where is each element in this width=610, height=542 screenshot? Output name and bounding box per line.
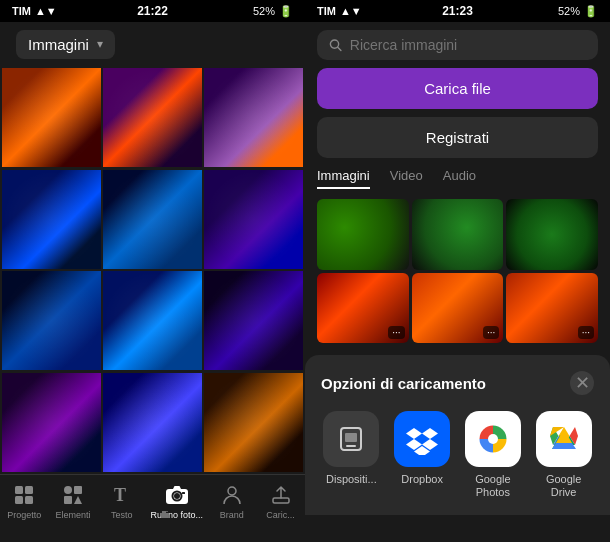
option-gphotos[interactable]: GooglePhotos: [463, 411, 524, 499]
option-device[interactable]: Dispositi...: [321, 411, 382, 499]
right-time: 21:23: [442, 4, 473, 18]
svg-marker-7: [74, 496, 82, 504]
svg-point-20: [488, 434, 498, 444]
bottom-nav: Progetto Elementi T Testo Rullino foto..…: [0, 474, 305, 542]
svg-text:T: T: [114, 485, 126, 505]
gdrive-icon-container: [536, 411, 592, 467]
option-label-dropbox: Dropbox: [401, 473, 443, 486]
device-icon: [337, 425, 365, 453]
tab-video[interactable]: Video: [390, 168, 423, 189]
left-panel: TIM ▲▼ 21:22 52% 🔋 Immagini ▾: [0, 0, 305, 542]
grid-item[interactable]: [204, 68, 303, 167]
nav-label-progetto: Progetto: [7, 510, 41, 520]
register-button[interactable]: Registrati: [317, 117, 598, 158]
nav-label-elementi: Elementi: [56, 510, 91, 520]
option-label-gdrive: GoogleDrive: [546, 473, 581, 499]
chevron-down-icon: ▾: [97, 37, 103, 51]
left-time: 21:22: [137, 4, 168, 18]
svg-line-16: [338, 47, 341, 50]
media-item[interactable]: [317, 273, 409, 344]
tab-immagini[interactable]: Immagini: [317, 168, 370, 189]
media-tabs: Immagini Video Audio: [305, 168, 610, 189]
left-top-bar: Immagini ▾: [0, 22, 305, 66]
svg-rect-2: [15, 496, 23, 504]
gdrive-icon: [548, 423, 580, 455]
upload-file-button[interactable]: Carica file: [317, 68, 598, 109]
media-item[interactable]: [317, 199, 409, 270]
grid-item[interactable]: [103, 373, 202, 472]
sheet-header: Opzioni di caricamento ✕: [321, 371, 594, 395]
upload-icon: [269, 483, 293, 507]
right-status-bar: TIM ▲▼ 21:23 52% 🔋: [305, 0, 610, 22]
images-dropdown[interactable]: Immagini ▾: [16, 30, 115, 59]
nav-label-rullino: Rullino foto...: [151, 510, 204, 520]
option-label-gphotos: GooglePhotos: [475, 473, 510, 499]
gphotos-icon: [477, 423, 509, 455]
nav-item-testo[interactable]: T Testo: [102, 483, 142, 520]
svg-rect-18: [345, 433, 357, 442]
svg-rect-3: [25, 496, 33, 504]
text-icon: T: [110, 483, 134, 507]
search-box[interactable]: [317, 30, 598, 60]
nav-item-rullino[interactable]: Rullino foto...: [151, 483, 204, 520]
grid-item[interactable]: [2, 271, 101, 370]
upload-options-sheet: Opzioni di caricamento ✕ Dispositi...: [305, 355, 610, 515]
grid-item[interactable]: [204, 373, 303, 472]
svg-marker-31: [552, 443, 576, 449]
media-item[interactable]: [506, 273, 598, 344]
device-icon-container: [323, 411, 379, 467]
left-carrier: TIM ▲▼: [12, 5, 57, 17]
elements-icon: [61, 483, 85, 507]
media-item[interactable]: [506, 199, 598, 270]
brand-icon: [220, 483, 244, 507]
svg-rect-1: [25, 486, 33, 494]
nav-label-caric: Caric...: [266, 510, 295, 520]
media-item[interactable]: [412, 199, 504, 270]
media-grid: [305, 199, 610, 343]
search-area: [305, 22, 610, 68]
nav-label-testo: Testo: [111, 510, 133, 520]
camera-icon: [165, 483, 189, 507]
right-carrier: TIM ▲▼: [317, 5, 362, 17]
search-input[interactable]: [350, 37, 586, 53]
nav-item-elementi[interactable]: Elementi: [53, 483, 93, 520]
svg-rect-12: [182, 492, 185, 494]
nav-item-brand[interactable]: Brand: [212, 483, 252, 520]
grid-item[interactable]: [103, 170, 202, 269]
gphotos-icon-container: [465, 411, 521, 467]
svg-point-11: [174, 493, 180, 499]
grid-icon: [12, 483, 36, 507]
option-gdrive[interactable]: GoogleDrive: [533, 411, 594, 499]
option-label-device: Dispositi...: [326, 473, 377, 486]
svg-rect-0: [15, 486, 23, 494]
image-grid: [0, 66, 305, 474]
grid-item[interactable]: [2, 68, 101, 167]
media-item[interactable]: [412, 273, 504, 344]
search-icon: [329, 38, 342, 52]
grid-item[interactable]: [103, 271, 202, 370]
svg-rect-5: [74, 486, 82, 494]
grid-item[interactable]: [204, 271, 303, 370]
right-battery: 52% 🔋: [558, 5, 598, 18]
right-panel: TIM ▲▼ 21:23 52% 🔋 Carica file Registrat…: [305, 0, 610, 542]
left-battery: 52% 🔋: [253, 5, 293, 18]
grid-item[interactable]: [204, 170, 303, 269]
nav-item-progetto[interactable]: Progetto: [4, 483, 44, 520]
dropbox-icon: [406, 423, 438, 455]
svg-rect-6: [64, 496, 72, 504]
grid-item[interactable]: [2, 170, 101, 269]
dropdown-label: Immagini: [28, 36, 89, 53]
left-status-bar: TIM ▲▼ 21:22 52% 🔋: [0, 0, 305, 22]
sheet-title: Opzioni di caricamento: [321, 375, 486, 392]
option-dropbox[interactable]: Dropbox: [392, 411, 453, 499]
svg-point-13: [228, 487, 236, 495]
close-button[interactable]: ✕: [570, 371, 594, 395]
nav-item-caric[interactable]: Caric...: [261, 483, 301, 520]
svg-point-4: [64, 486, 72, 494]
dropbox-icon-container: [394, 411, 450, 467]
tab-audio[interactable]: Audio: [443, 168, 476, 189]
grid-item[interactable]: [2, 373, 101, 472]
nav-label-brand: Brand: [220, 510, 244, 520]
grid-item[interactable]: [103, 68, 202, 167]
upload-options-grid: Dispositi... Dropbox: [321, 411, 594, 499]
